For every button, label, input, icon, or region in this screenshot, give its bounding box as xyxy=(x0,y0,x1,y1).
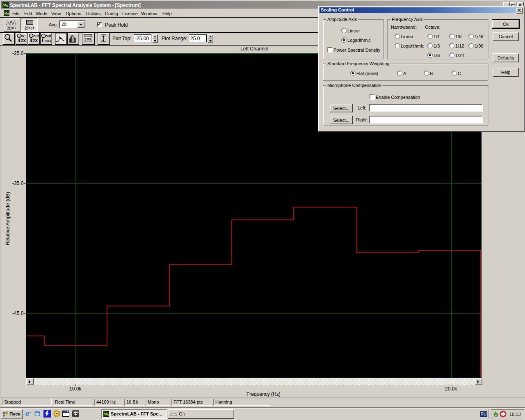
svg-text:OUT: OUT xyxy=(33,35,39,38)
svg-text:IN: IN xyxy=(21,35,24,38)
svg-text:2X: 2X xyxy=(32,38,38,43)
svg-text:2X: 2X xyxy=(21,38,26,43)
svg-text:OUT: OUT xyxy=(46,35,51,38)
svg-text:FULL: FULL xyxy=(45,39,51,42)
